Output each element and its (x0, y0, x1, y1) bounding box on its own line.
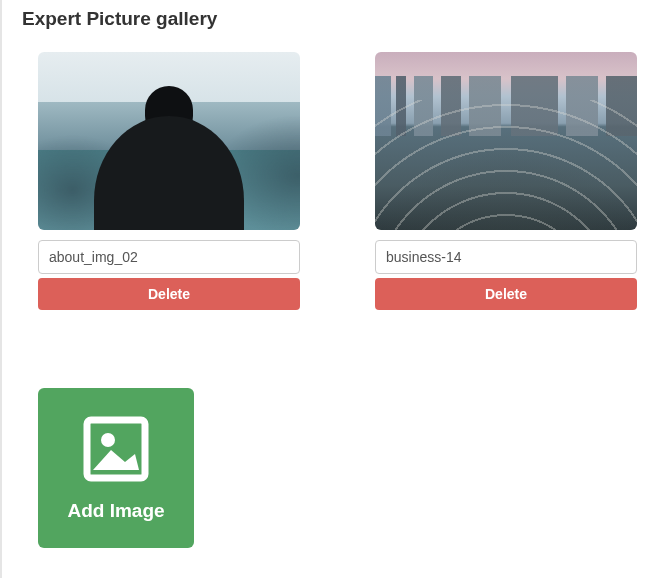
gallery-item: Delete (375, 52, 637, 310)
gallery-thumbnail[interactable] (38, 52, 300, 230)
image-name-input[interactable] (375, 240, 637, 274)
page-title: Expert Picture gallery (22, 8, 663, 30)
person-silhouette-icon (145, 86, 193, 136)
image-name-input[interactable] (38, 240, 300, 274)
gallery-item: Delete (38, 52, 300, 310)
gallery-thumbnail[interactable] (375, 52, 637, 230)
delete-button[interactable]: Delete (375, 278, 637, 310)
svg-point-1 (101, 433, 115, 447)
image-placeholder-icon (81, 414, 151, 484)
add-image-button[interactable]: Add Image (38, 388, 194, 548)
delete-button[interactable]: Delete (38, 278, 300, 310)
gallery-row: Delete Delete (20, 52, 663, 310)
add-image-label: Add Image (67, 500, 164, 522)
